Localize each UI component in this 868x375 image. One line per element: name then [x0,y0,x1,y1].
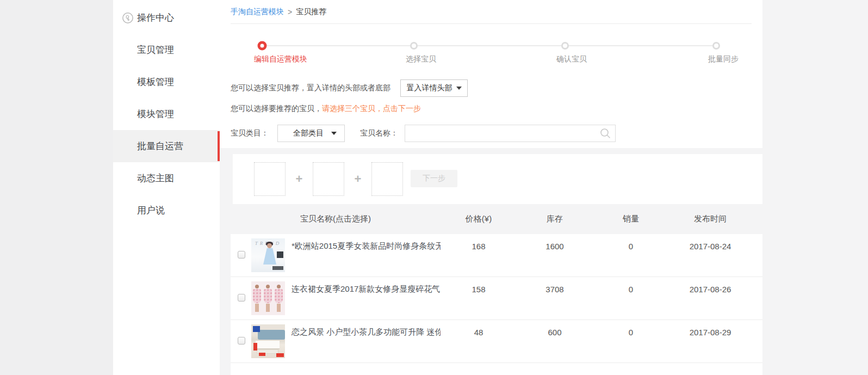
selection-hint-text: 您可以选择要推荐的宝贝， [231,104,322,113]
sidebar-item-label: 批量自运营 [137,140,183,152]
product-image[interactable] [251,324,285,358]
placement-select-value: 置入详情头部 [407,83,452,93]
step-dot-2 [410,42,418,50]
sidebar-item-dynamic-main-image[interactable]: 动态主图 [113,162,220,194]
table-row[interactable]: 恋之风景 小户型小茶几多功能可升降 迷你现代 48 600 0 2017-08-… [231,320,762,363]
stepper-line [262,45,716,46]
header-sales: 销量 [593,214,669,224]
table-header: 宝贝名称(点击选择) 价格(¥) 库存 销量 发布时间 [231,204,762,234]
header-stock: 库存 [517,214,593,224]
item-slot-3[interactable] [371,162,403,196]
sidebar-item-template-management[interactable]: 模板管理 [113,66,220,98]
step-label-select-items: 选择宝贝 [406,54,436,64]
item-sales: 0 [593,320,669,362]
placement-hint-text: 您可以选择宝贝推荐，置入详情的头部或者底部 [231,83,390,93]
selected-items-panel: + + 下一步 [233,154,762,204]
step-dot-1 [258,41,267,51]
filter-row: 宝贝类目： 全部类目 宝贝名称： [231,125,752,142]
row-checkbox[interactable] [238,337,245,345]
header-publish-date: 发布时间 [669,214,762,224]
item-slot-2[interactable] [313,162,344,196]
item-publish-date: 2017-08-26 [669,277,762,319]
table-partial-row [231,363,762,375]
sidebar: 操作中心 宝贝管理 模板管理 模块管理 批量自运营 动态主图 用户说 [113,0,220,375]
step-label-batch-sync: 批量同步 [708,54,739,64]
item-name-label: 宝贝名称： [360,128,398,138]
top-panel: 手淘自运营模块 > 宝贝推荐 编辑自运营模块 选择宝贝 确认宝贝 批量同步 您可… [220,0,762,148]
item-price: 168 [441,234,517,276]
item-stock: 3708 [517,277,593,319]
wrench-circle-icon [122,12,134,24]
step-label-confirm-items: 确认宝贝 [556,54,587,64]
sidebar-item-label: 模板管理 [137,76,174,88]
selection-hint-highlight: 请选择三个宝贝，点击下一步 [322,104,421,113]
sidebar-item-item-management[interactable]: 宝贝管理 [113,34,220,66]
plus-icon: + [293,172,306,186]
step-label-edit-module: 编辑自运营模块 [254,54,307,64]
sidebar-item-label: 模块管理 [137,108,174,120]
sidebar-item-label: 用户说 [137,204,165,217]
header-price: 价格(¥) [441,214,517,224]
item-price: 48 [441,320,517,362]
page-left-gutter [0,0,113,375]
sidebar-item-batch-self-operation[interactable]: 批量自运营 [113,130,220,162]
product-image[interactable] [251,281,285,315]
sidebar-item-operation-center[interactable]: 操作中心 [113,2,220,34]
category-select-value: 全部类目 [293,128,324,138]
placement-hint-row: 您可以选择宝贝推荐，置入详情的头部或者底部 置入详情头部 [231,79,752,97]
chevron-down-icon [456,87,462,90]
sidebar-item-module-management[interactable]: 模块管理 [113,98,220,130]
sidebar-item-label: 动态主图 [137,172,174,185]
item-price: 158 [441,277,517,319]
category-label: 宝贝类目： [231,128,269,138]
breadcrumb: 手淘自运营模块 > 宝贝推荐 [231,0,752,24]
header-item-name: 宝贝名称(点击选择) [285,214,441,224]
item-stock: 1600 [517,234,593,276]
item-sales: 0 [593,234,669,276]
search-icon[interactable] [599,127,611,139]
search-field-wrap [405,125,616,142]
item-name-search-input[interactable] [405,125,616,142]
placement-select[interactable]: 置入详情头部 [400,79,468,97]
breadcrumb-separator: > [288,8,292,16]
item-publish-date: 2017-08-29 [669,320,762,362]
category-select[interactable]: 全部类目 [277,125,345,142]
item-slot-1[interactable] [254,162,286,196]
item-title[interactable]: *欧洲站2015夏季女装新品时尚修身条纹无袖背 [285,234,441,276]
next-step-button[interactable]: 下一步 [411,170,457,187]
step-dot-3 [561,42,569,50]
item-publish-date: 2017-08-24 [669,234,762,276]
item-stock: 600 [517,320,593,362]
row-checkbox[interactable] [238,294,245,302]
table-row[interactable]: 连衣裙女夏季2017新款女修身显瘦碎花气质喇 158 3708 0 2017-0… [231,277,762,320]
item-title[interactable]: 连衣裙女夏季2017新款女修身显瘦碎花气质喇 [285,277,441,319]
selection-hint-row: 您可以选择要推荐的宝贝，请选择三个宝贝，点击下一步 [231,104,752,115]
breadcrumb-parent-link[interactable]: 手淘自运营模块 [231,7,284,17]
main-content: 手淘自运营模块 > 宝贝推荐 编辑自运营模块 选择宝贝 确认宝贝 批量同步 您可… [220,0,762,375]
table-row[interactable]: TREND *欧洲站2015夏季女装新品时尚修身条纹无袖背 168 1600 0… [231,234,762,277]
sidebar-item-user-says[interactable]: 用户说 [113,194,220,226]
breadcrumb-current: 宝贝推荐 [296,7,326,17]
step-dot-4 [712,42,720,50]
item-sales: 0 [593,277,669,319]
sidebar-item-label: 操作中心 [137,11,174,24]
row-checkbox[interactable] [238,251,245,259]
product-image[interactable]: TREND [251,238,285,272]
item-table: TREND *欧洲站2015夏季女装新品时尚修身条纹无袖背 168 1600 0… [231,234,762,375]
chevron-down-icon [331,132,337,135]
plus-icon: + [351,172,364,186]
stepper: 编辑自运营模块 选择宝贝 确认宝贝 批量同步 [231,24,752,74]
item-title[interactable]: 恋之风景 小户型小茶几多功能可升降 迷你现代 [285,320,441,362]
sidebar-item-label: 宝贝管理 [137,44,174,56]
